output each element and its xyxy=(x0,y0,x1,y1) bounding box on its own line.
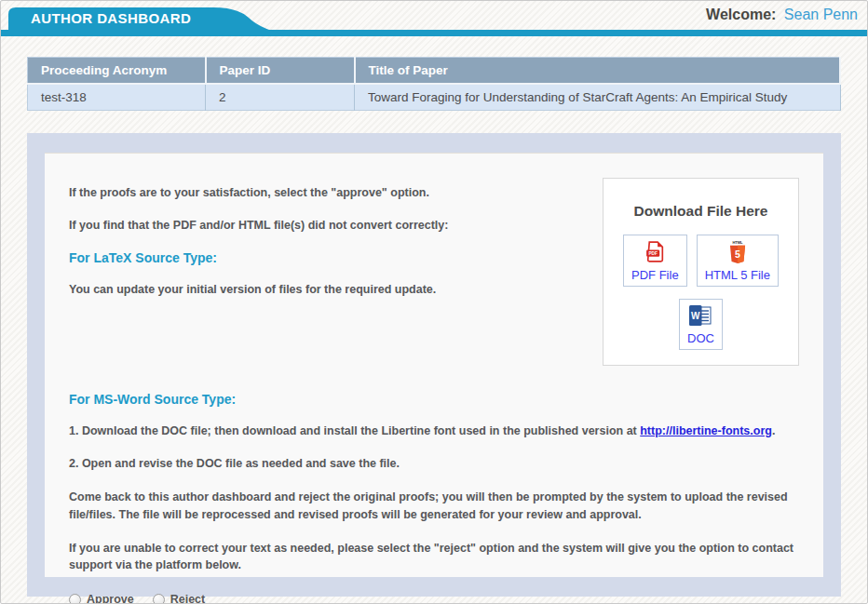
msword-source-heading: For MS-Word Source Type: xyxy=(69,392,799,407)
svg-text:W: W xyxy=(692,310,701,320)
html5-icon: HTML 5 xyxy=(727,240,748,267)
doc-file-label: DOC xyxy=(687,331,714,345)
table-row: test-318 2 Toward Foraging for Understan… xyxy=(28,84,841,110)
user-name: Sean Penn xyxy=(784,7,858,22)
cell-paper-id: 2 xyxy=(206,84,355,110)
page-header: AUTHOR DASHBOARD Welcome: Sean Penn xyxy=(1,1,867,36)
msword-step-1: 1. Download the DOC file; then download … xyxy=(69,423,799,440)
svg-text:HTML: HTML xyxy=(732,240,743,245)
download-box-title: Download File Here xyxy=(613,203,789,220)
author-dashboard-page: AUTHOR DASHBOARD Welcome: Sean Penn Proc… xyxy=(0,0,868,604)
pdf-file-label: PDF File xyxy=(631,268,679,282)
column-header-paper-id: Paper ID xyxy=(206,58,355,85)
doc-file-button[interactable]: W DOC xyxy=(679,299,723,350)
msword-step-1-suffix: . xyxy=(772,424,775,437)
latex-source-heading: For LaTeX Source Type: xyxy=(69,250,603,265)
reject-option[interactable]: Reject xyxy=(153,593,206,604)
libertine-fonts-link[interactable]: http://libertine-fonts.org xyxy=(640,424,772,437)
approval-options: Approve Reject xyxy=(69,593,799,604)
msword-section: For MS-Word Source Type: 1. Download the… xyxy=(69,392,799,604)
reject-instructions-note: Come back to this author dashboard and r… xyxy=(69,489,799,524)
msword-step-2: 2. Open and revise the DOC file as neede… xyxy=(69,455,799,473)
welcome-text: Welcome: Sean Penn xyxy=(706,7,858,23)
svg-text:5: 5 xyxy=(735,248,740,259)
approve-radio[interactable] xyxy=(69,594,81,604)
word-doc-icon: W xyxy=(688,304,712,330)
paper-table: Proceeding Acronym Paper ID Title of Pap… xyxy=(27,57,841,111)
contact-support-note: If you are unable to correct your text a… xyxy=(69,540,799,575)
column-header-title-of-paper: Title of Paper xyxy=(355,58,841,85)
approve-option[interactable]: Approve xyxy=(69,593,134,604)
msword-step-1-text: 1. Download the DOC file; then download … xyxy=(69,424,640,437)
intro-column: If the proofs are to your satisfaction, … xyxy=(69,178,603,315)
reject-label: Reject xyxy=(170,593,206,604)
svg-text:PDF: PDF xyxy=(648,250,658,255)
reject-radio[interactable] xyxy=(153,594,165,604)
intro-line-convert: If you find that the PDF and/or HTML fil… xyxy=(69,217,603,235)
intro-line-approve: If the proofs are to your satisfaction, … xyxy=(69,184,603,202)
latex-source-body: You can update your initial version of f… xyxy=(69,281,603,299)
download-file-box: Download File Here PDF xyxy=(603,178,799,366)
pdf-file-icon: PDF xyxy=(644,240,667,267)
cell-proceeding-acronym: test-318 xyxy=(28,84,206,110)
column-header-proceeding-acronym: Proceeding Acronym xyxy=(28,58,206,85)
pdf-file-button[interactable]: PDF PDF File xyxy=(623,235,687,287)
page-title: AUTHOR DASHBOARD xyxy=(31,10,191,26)
content-inner-panel: If the proofs are to your satisfaction, … xyxy=(45,153,823,577)
cell-paper-title: Toward Foraging for Understanding of Sta… xyxy=(355,84,841,110)
html5-file-label: HTML 5 File xyxy=(705,268,770,282)
download-buttons-row: PDF PDF File HTML 5 xyxy=(613,235,789,287)
approve-label: Approve xyxy=(87,593,134,604)
welcome-label: Welcome: xyxy=(706,7,776,22)
intro-and-download-row: If the proofs are to your satisfaction, … xyxy=(69,178,799,366)
content-outer-panel: If the proofs are to your satisfaction, … xyxy=(27,133,841,597)
html5-file-button[interactable]: HTML 5 HTML 5 File xyxy=(697,235,779,287)
download-doc-row: W DOC xyxy=(613,299,789,350)
table-header-row: Proceeding Acronym Paper ID Title of Pap… xyxy=(28,58,841,85)
